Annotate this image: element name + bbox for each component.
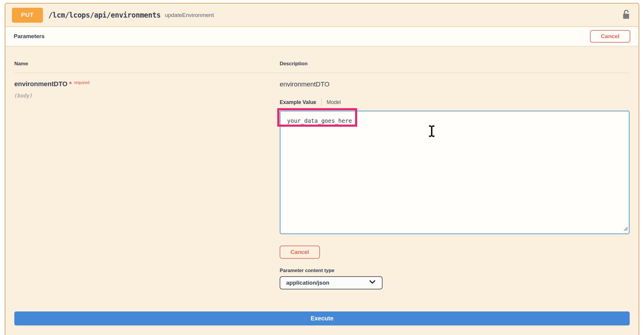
required-label: required	[74, 80, 89, 85]
unlock-icon	[622, 9, 630, 21]
request-body-textarea[interactable]: your_data_goes_here	[280, 111, 630, 234]
parameters-header: Parameters Cancel	[5, 27, 639, 46]
parameter-description: environmentDTO	[280, 80, 630, 89]
body-editor-wrapper: your_data_goes_here	[280, 111, 630, 234]
parameter-row: environmentDTO*required (body) environme…	[14, 73, 630, 289]
swagger-page: PUT /lcm/lcops/api/environments updateEn…	[0, 0, 644, 335]
content-type-label: Parameter content type	[280, 268, 630, 273]
parameters-table: Name Description environmentDTO*required…	[5, 61, 639, 325]
content-type-selected-value: application/json	[286, 280, 329, 286]
required-asterisk: *	[69, 80, 72, 88]
operation-id: updateEnvironment	[165, 12, 214, 18]
tab-separator	[321, 98, 322, 106]
endpoint-path: /lcm/lcops/api/environments	[48, 11, 161, 19]
opblock-summary[interactable]: PUT /lcm/lcops/api/environments updateEn…	[5, 4, 639, 27]
execute-button[interactable]: Execute	[14, 311, 630, 325]
http-method-badge: PUT	[12, 8, 43, 23]
parameters-title: Parameters	[14, 33, 45, 40]
model-example-tabs: Example Value Model	[280, 99, 630, 106]
cancel-try-out-button[interactable]: Cancel	[590, 30, 630, 43]
chevron-down-icon	[369, 280, 376, 286]
opblock-put-update-environment: PUT /lcm/lcops/api/environments updateEn…	[5, 3, 639, 335]
content-type-select[interactable]: application/json	[280, 276, 383, 289]
parameter-name-cell: environmentDTO*required (body)	[14, 80, 280, 289]
parameter-location: (body)	[14, 93, 280, 99]
tab-model[interactable]: Model	[327, 99, 341, 106]
column-header-name: Name	[14, 61, 280, 67]
parameter-name: environmentDTO*required	[14, 80, 280, 88]
tab-example-value[interactable]: Example Value	[280, 99, 316, 106]
parameter-description-cell: environmentDTO Example Value Model your_…	[280, 80, 630, 289]
cancel-body-edit-button[interactable]: Cancel	[280, 246, 320, 259]
table-header-row: Name Description	[14, 61, 630, 73]
auth-unlock-button[interactable]	[620, 9, 632, 22]
column-header-description: Description	[280, 61, 630, 67]
